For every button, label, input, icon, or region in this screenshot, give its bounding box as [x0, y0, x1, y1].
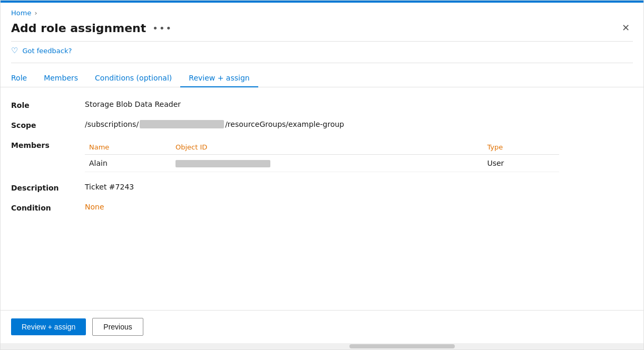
horizontal-scrollbar[interactable]	[1, 343, 643, 349]
scrollbar-thumb[interactable]	[349, 344, 455, 348]
feedback-divider	[11, 63, 633, 63]
col-header-type: Type	[483, 140, 559, 155]
scope-field-row: Scope /subscriptions/ /resourceGroups/ex…	[11, 120, 633, 129]
condition-value: None	[85, 203, 104, 211]
table-row: Alain User	[85, 155, 559, 172]
tabs-container: Role Members Conditions (optional) Revie…	[1, 69, 643, 87]
members-field-row: Members Name Object ID Type Alain	[11, 140, 633, 172]
role-label: Role	[11, 100, 85, 109]
breadcrumb-separator: ›	[34, 9, 37, 17]
scope-label: Scope	[11, 120, 85, 129]
feedback-label: Got feedback?	[22, 47, 72, 55]
previous-button[interactable]: Previous	[92, 318, 143, 336]
condition-field-row: Condition None	[11, 203, 633, 212]
member-type: User	[483, 155, 559, 172]
role-field-row: Role Storage Blob Data Reader	[11, 100, 633, 109]
description-label: Description	[11, 183, 85, 192]
condition-label: Condition	[11, 203, 85, 212]
role-value: Storage Blob Data Reader	[85, 100, 181, 108]
review-assign-button[interactable]: Review + assign	[11, 318, 86, 335]
breadcrumb: Home ›	[1, 3, 643, 21]
feedback-icon: ♡	[11, 46, 18, 55]
panel: Home › Add role assignment ••• ✕ ♡ Got f…	[0, 0, 644, 350]
content-area: Role Storage Blob Data Reader Scope /sub…	[1, 87, 643, 310]
tab-review[interactable]: Review + assign	[180, 69, 258, 87]
members-table-wrapper: Name Object ID Type Alain User	[85, 140, 559, 172]
feedback-bar[interactable]: ♡ Got feedback?	[1, 42, 643, 63]
members-label: Members	[11, 140, 85, 149]
tab-role[interactable]: Role	[11, 69, 35, 87]
col-header-objectid: Object ID	[171, 140, 483, 155]
header-row: Add role assignment ••• ✕	[1, 21, 643, 41]
more-icon[interactable]: •••	[152, 23, 172, 34]
close-button[interactable]: ✕	[619, 21, 633, 35]
page-title: Add role assignment	[11, 22, 146, 35]
tab-members[interactable]: Members	[35, 69, 86, 87]
description-value: Ticket #7243	[85, 183, 134, 191]
member-name: Alain	[85, 155, 171, 172]
col-header-name: Name	[85, 140, 171, 155]
scope-redacted	[140, 120, 224, 128]
description-field-row: Description Ticket #7243	[11, 183, 633, 192]
footer: Review + assign Previous	[1, 310, 643, 343]
tab-conditions[interactable]: Conditions (optional)	[86, 69, 180, 87]
members-table: Name Object ID Type Alain User	[85, 140, 559, 172]
member-object-id	[171, 155, 483, 172]
members-table-header-row: Name Object ID Type	[85, 140, 559, 155]
breadcrumb-home-link[interactable]: Home	[11, 9, 31, 17]
scope-value: /subscriptions/ /resourceGroups/example-…	[85, 120, 344, 128]
scope-prefix: /subscriptions/	[85, 120, 139, 128]
scope-suffix: /resourceGroups/example-group	[225, 120, 344, 128]
header-left: Add role assignment •••	[11, 22, 172, 35]
object-id-redacted	[175, 160, 270, 167]
